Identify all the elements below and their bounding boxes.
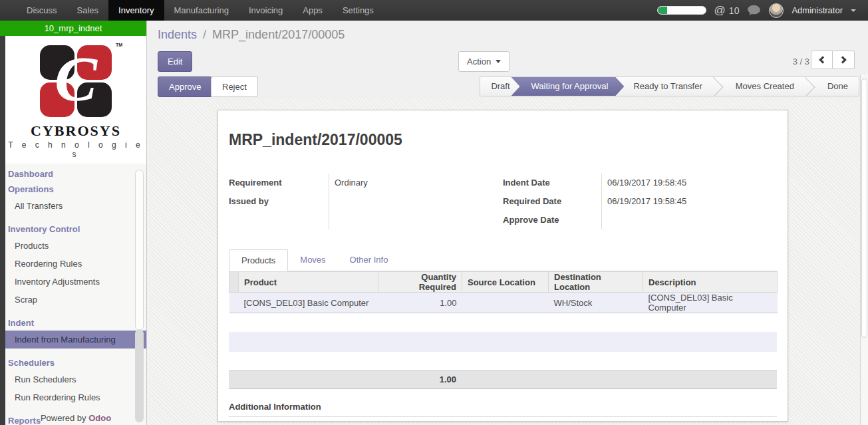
field-value-requirement: Ordinary	[335, 174, 503, 192]
main-scrollbar[interactable]	[860, 74, 868, 425]
breadcrumb-current: MRP_indent/2017/00005	[212, 28, 345, 41]
tab-products[interactable]: Products	[229, 249, 288, 271]
status-step-waiting-for-approval[interactable]: Waiting for Approval	[511, 77, 625, 96]
pager-next-button[interactable]	[833, 51, 855, 69]
status-separator-icon	[713, 77, 725, 96]
menu-section-dashboard: Dashboard	[5, 166, 146, 182]
additional-information-heading: Additional Information	[229, 402, 777, 417]
navbar-right: @ 10 Administrator	[657, 0, 868, 21]
main-scrollbar-thumb[interactable]	[861, 78, 867, 338]
breadcrumb-parent-link[interactable]: Indents	[158, 28, 197, 41]
sidebar-item-reordering-rules[interactable]: Reordering Rules	[5, 255, 146, 273]
odoo-brand-link[interactable]: Odoo	[88, 413, 111, 423]
menu-section-schedulers: Schedulers Run Schedulers Run Reordering…	[5, 355, 146, 406]
breadcrumb-separator: /	[200, 28, 209, 41]
table-header-row: Product Quantity Required Source Locatio…	[229, 272, 778, 293]
sidebar-section-schedulers[interactable]: Schedulers	[5, 355, 146, 370]
action-dropdown-button[interactable]: Action	[458, 51, 509, 72]
company-logo: C TM CYBROSYS T e c h n o l o g i e s	[5, 36, 146, 164]
mention-counter[interactable]: @ 10	[714, 4, 740, 17]
page: Discuss Sales Inventory Manufacturing In…	[0, 0, 868, 425]
status-step-done[interactable]: Done	[817, 77, 859, 96]
table-header-quantity-required[interactable]: Quantity Required	[378, 272, 462, 293]
field-group-right: Indent Date Required Date Approve Date 0…	[503, 174, 777, 229]
nav-item-inventory[interactable]: Inventory	[108, 0, 164, 21]
field-values-right: 06/19/2017 19:58:45 06/19/2017 19:58:45	[601, 174, 777, 229]
user-avatar[interactable]	[769, 3, 784, 18]
tab-moves[interactable]: Moves	[288, 249, 337, 271]
sidebar-section-inventory-control[interactable]: Inventory Control	[5, 221, 146, 237]
table-header-description[interactable]: Description	[643, 272, 778, 293]
logo-brand-name: CYBROSYS	[5, 122, 146, 140]
app-banner: 10_mrp_indnet	[0, 21, 146, 36]
nav-item-sales[interactable]: Sales	[67, 0, 109, 21]
sidebar: C TM CYBROSYS T e c h n o l o g i e s Da…	[0, 36, 146, 425]
table-row[interactable]: [CONS_DEL03] Basic Computer 1.00 WH/Stoc…	[229, 293, 778, 313]
field-label-issued-by: Issued by	[229, 192, 329, 211]
progress-widget	[657, 6, 706, 15]
sidebar-scrollbar-thumb[interactable]	[135, 170, 144, 331]
table-header-source-location[interactable]: Source Location	[462, 272, 549, 293]
sidebar-item-indent-from-manufacturing[interactable]: Indent from Manufacturing	[5, 331, 146, 349]
logo-grid: C TM	[40, 45, 112, 117]
empty-highlight-row	[229, 332, 777, 352]
sidebar-scrollbar[interactable]	[135, 170, 144, 422]
field-value-approve-date	[607, 211, 777, 229]
nav-item-discuss[interactable]: Discuss	[17, 0, 67, 21]
table-header-destination-location[interactable]: Destination Location	[549, 272, 643, 293]
sidebar-menu: Dashboard Operations All Transfers Inven…	[5, 166, 146, 425]
mention-count: 10	[729, 5, 740, 16]
sidebar-scrollbar-track[interactable]	[135, 329, 144, 422]
field-value-issued-by	[335, 192, 503, 211]
sidebar-item-products[interactable]: Products	[5, 237, 146, 255]
status-step-ready-to-transfer[interactable]: Ready to Transfer	[623, 77, 712, 96]
status-step-moves-created[interactable]: Moves Created	[725, 77, 805, 96]
pager-previous-button[interactable]	[811, 51, 833, 69]
nav-item-invoicing[interactable]: Invoicing	[239, 0, 293, 21]
table-header-handle	[229, 272, 239, 293]
user-menu-caret-icon[interactable]	[851, 9, 856, 12]
field-label-indent-date: Indent Date	[503, 174, 601, 192]
user-name[interactable]: Administrator	[792, 5, 843, 15]
sidebar-item-run-reordering-rules[interactable]: Run Reordering Rules	[5, 388, 146, 406]
cell-source-location	[462, 293, 549, 313]
breadcrumb: Indents / MRP_indent/2017/00005	[158, 28, 345, 42]
cell-product: [CONS_DEL03] Basic Computer	[239, 293, 378, 313]
notebook-tabs: Products Moves Other Info	[229, 249, 777, 271]
sidebar-item-inventory-adjustments[interactable]: Inventory Adjustments	[5, 273, 146, 291]
tab-other-info[interactable]: Other Info	[338, 249, 400, 271]
nav-menu: Discuss Sales Inventory Manufacturing In…	[17, 0, 384, 21]
reject-button[interactable]: Reject	[211, 76, 258, 97]
sidebar-dark-strip	[0, 36, 5, 425]
products-table: Product Quantity Required Source Locatio…	[229, 271, 778, 313]
quantity-total: 1.00	[229, 371, 462, 390]
logo-brand-sub: T e c h n o l o g i e s	[5, 140, 146, 159]
nav-item-settings[interactable]: Settings	[333, 0, 384, 21]
field-values-left: Ordinary	[329, 174, 503, 229]
table-header-product[interactable]: Product	[239, 272, 378, 293]
sidebar-item-all-transfers[interactable]: All Transfers	[5, 197, 146, 215]
sidebar-item-dashboard[interactable]: Dashboard	[5, 166, 146, 182]
edit-button[interactable]: Edit	[158, 51, 192, 72]
chat-bubble-icon[interactable]	[747, 5, 761, 16]
at-icon: @	[714, 4, 726, 17]
logo-trademark: TM	[116, 43, 122, 47]
sidebar-section-operations[interactable]: Operations	[5, 182, 146, 197]
form-canvas: MRP_indent/2017/00005 Requirement Issued…	[147, 99, 868, 425]
status-row: Approve Reject Draft Waiting for Approva…	[147, 74, 868, 99]
toolbar: Edit Action 3 / 3	[147, 48, 868, 74]
approve-button[interactable]: Approve	[158, 76, 212, 97]
nav-item-manufacturing[interactable]: Manufacturing	[164, 0, 239, 21]
nav-item-apps[interactable]: Apps	[293, 0, 333, 21]
row-handle-cell	[229, 293, 239, 313]
logo-letter: C	[40, 41, 112, 117]
field-group-left: Requirement Issued by Ordinary	[229, 174, 503, 229]
progress-fill	[658, 7, 667, 14]
sidebar-item-run-schedulers[interactable]: Run Schedulers	[5, 370, 146, 388]
caret-down-icon	[496, 60, 501, 63]
sidebar-item-scrap[interactable]: Scrap	[5, 291, 146, 309]
top-navbar: Discuss Sales Inventory Manufacturing In…	[0, 0, 868, 21]
powered-by: Powered by Odoo	[5, 413, 146, 423]
sidebar-section-indent[interactable]: Indent	[5, 315, 146, 331]
action-label: Action	[467, 57, 491, 66]
